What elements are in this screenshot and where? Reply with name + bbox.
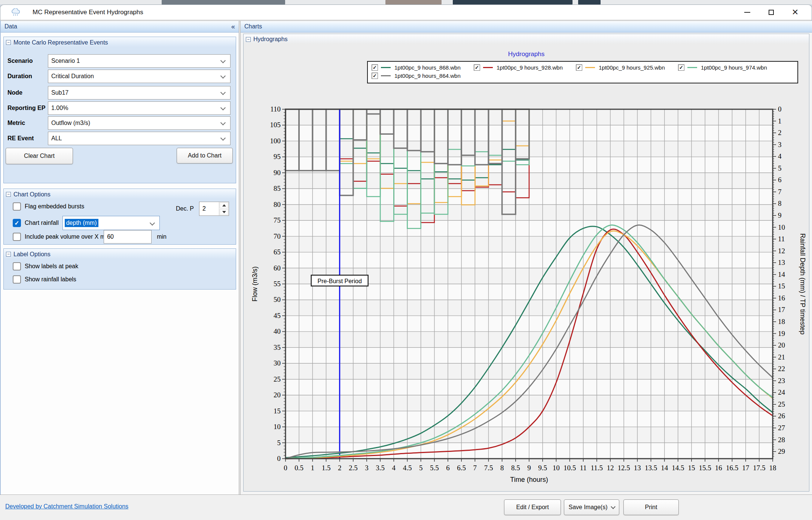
minimize-button[interactable] <box>735 5 759 20</box>
panel-collapse-button[interactable]: « <box>231 23 235 31</box>
svg-text:5: 5 <box>419 464 423 472</box>
svg-text:7: 7 <box>473 464 477 472</box>
svg-text:0: 0 <box>277 455 281 462</box>
svg-text:5: 5 <box>277 439 281 447</box>
chart-options-header: − Chart Options <box>4 189 236 199</box>
chart-rainfall-checkbox[interactable]: ✓ <box>13 219 21 227</box>
svg-text:Pre-Burst Period: Pre-Burst Period <box>318 278 362 284</box>
svg-text:10.5: 10.5 <box>564 464 576 472</box>
svg-text:6: 6 <box>446 464 450 472</box>
print-button[interactable]: Print <box>623 499 679 515</box>
main-area: Data « − Monte Carlo Representative Even… <box>0 20 812 495</box>
dec-p-spinner[interactable]: 2 <box>199 202 229 216</box>
chevron-down-icon <box>220 120 226 125</box>
svg-text:60: 60 <box>274 264 281 272</box>
rainfall-mode-select[interactable]: depth (mm) <box>62 216 160 230</box>
svg-text:15: 15 <box>778 282 785 290</box>
svg-text:105: 105 <box>270 121 281 129</box>
chevron-down-icon <box>220 90 226 95</box>
duration-value: Critical Duration <box>51 73 94 80</box>
chevron-down-icon <box>220 58 226 63</box>
duration-select[interactable]: Critical Duration <box>48 70 231 83</box>
developer-link[interactable]: Developed by Catchment Simulation Soluti… <box>5 503 128 510</box>
show-labels-at-peak-label: Show labels at peak <box>25 263 78 270</box>
svg-text:50: 50 <box>274 296 281 303</box>
svg-text:11: 11 <box>580 464 587 472</box>
scenario-select[interactable]: Scenario 1 <box>48 54 231 68</box>
svg-text:18: 18 <box>778 318 785 325</box>
add-to-chart-button[interactable]: Add to Chart <box>177 148 233 163</box>
app-window: MC Representative Event Hydrographs ✕ Da… <box>0 0 812 520</box>
maximize-button[interactable] <box>759 5 783 20</box>
background-window-fragment <box>453 0 573 4</box>
data-panel-header: Data « <box>1 21 239 33</box>
svg-text:25: 25 <box>274 375 281 383</box>
svg-text:17: 17 <box>742 464 749 472</box>
svg-text:2: 2 <box>778 129 782 137</box>
flag-embedded-bursts-checkbox[interactable] <box>13 202 21 211</box>
collapse-group-icon[interactable]: − <box>246 37 251 42</box>
show-labels-at-peak-checkbox[interactable] <box>13 262 21 270</box>
mc-events-group-header: − Monte Carlo Representative Events <box>4 37 236 47</box>
edit-export-button[interactable]: Edit / Export <box>504 499 561 515</box>
reporting-ep-select[interactable]: 1.00% <box>48 101 231 115</box>
show-rainfall-labels-checkbox[interactable] <box>13 275 21 284</box>
background-window-fragment <box>162 0 285 4</box>
svg-text:10: 10 <box>553 464 560 472</box>
svg-text:21: 21 <box>778 353 785 361</box>
spinner-down-button[interactable] <box>220 209 228 215</box>
peak-minutes-input[interactable]: 60 <box>104 230 152 244</box>
svg-text:4: 4 <box>778 152 782 160</box>
svg-text:13: 13 <box>634 464 641 472</box>
close-button[interactable]: ✕ <box>783 5 807 20</box>
svg-text:15: 15 <box>274 407 281 415</box>
node-label: Node <box>4 89 48 96</box>
label-options-group: − Label Options Show labels at peak Show… <box>3 248 236 290</box>
svg-text:95: 95 <box>274 153 281 160</box>
mc-events-group-title: Monte Carlo Representative Events <box>13 39 108 46</box>
svg-text:90: 90 <box>274 169 281 177</box>
svg-text:13.5: 13.5 <box>645 464 657 472</box>
reporting-ep-label: Reporting EP <box>4 105 48 111</box>
metric-value: Outflow (m3/s) <box>51 120 90 126</box>
save-images-button[interactable]: Save Image(s) <box>564 499 619 515</box>
svg-text:11.5: 11.5 <box>591 464 603 472</box>
svg-text:12: 12 <box>778 247 785 255</box>
svg-text:1.5: 1.5 <box>322 464 331 472</box>
svg-text:85: 85 <box>274 184 281 192</box>
clear-chart-button[interactable]: Clear Chart <box>6 148 73 164</box>
footer-bar: Developed by Catchment Simulation Soluti… <box>0 495 812 520</box>
svg-text:12.5: 12.5 <box>618 464 630 472</box>
spinner-up-button[interactable] <box>220 202 228 208</box>
collapse-group-icon[interactable]: − <box>6 40 11 45</box>
scenario-value: Scenario 1 <box>51 58 80 64</box>
svg-text:0: 0 <box>778 105 782 113</box>
svg-text:0: 0 <box>284 464 287 472</box>
collapse-group-icon[interactable]: − <box>6 192 11 197</box>
svg-text:4.5: 4.5 <box>403 464 412 472</box>
mc-events-group: − Monte Carlo Representative Events Scen… <box>3 37 236 183</box>
metric-select[interactable]: Outflow (m3/s) <box>48 116 231 130</box>
background-window-fragment <box>385 0 442 4</box>
chart-options-group: − Chart Options Flag embedded bursts Dec… <box>3 189 236 245</box>
svg-text:3: 3 <box>778 141 782 149</box>
hydrograph-chart[interactable]: Pre-Burst Period051015202530354045505560… <box>244 45 809 491</box>
svg-text:35: 35 <box>274 343 281 351</box>
collapse-group-icon[interactable]: − <box>6 252 11 257</box>
svg-text:16: 16 <box>715 464 722 472</box>
hydrographs-group-title: Hydrographs <box>253 36 288 43</box>
node-value: Sub17 <box>51 89 68 96</box>
svg-text:1: 1 <box>778 117 782 125</box>
include-peak-volume-checkbox[interactable] <box>13 233 21 241</box>
rainfall-mode-value: depth (mm) <box>65 219 98 227</box>
svg-text:55: 55 <box>274 280 281 288</box>
node-select[interactable]: Sub17 <box>48 86 231 100</box>
svg-text:4: 4 <box>392 464 396 472</box>
svg-text:29: 29 <box>778 447 785 455</box>
svg-text:0.5: 0.5 <box>294 464 303 472</box>
svg-text:7: 7 <box>778 188 782 196</box>
chevron-down-icon <box>220 73 226 79</box>
dec-p-label: Dec. P <box>176 205 194 212</box>
re-event-select[interactable]: ALL <box>48 132 231 145</box>
svg-text:8: 8 <box>500 464 504 472</box>
